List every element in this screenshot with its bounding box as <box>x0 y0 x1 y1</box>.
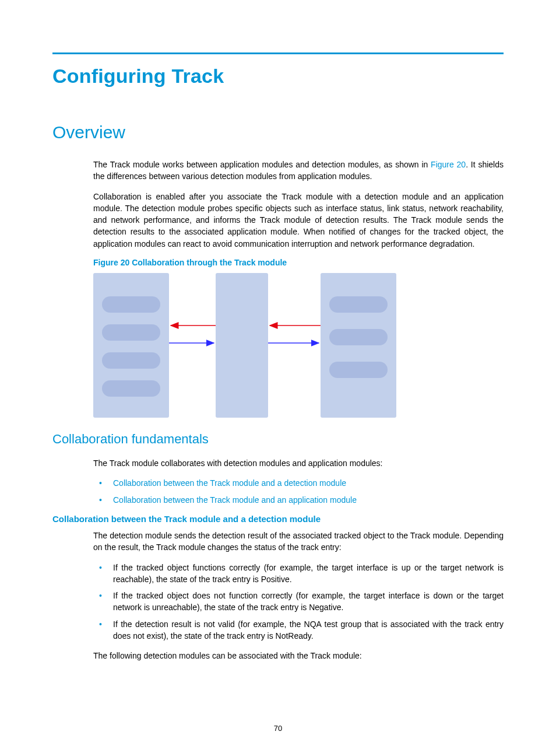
collab-sub1-p1: The detection module sends the detection… <box>93 530 504 554</box>
list-item: If the detection result is not valid (fo… <box>93 618 504 642</box>
collab-link-application[interactable]: Collaboration between the Track module a… <box>113 495 357 505</box>
page: Configuring Track Overview The Track mod… <box>0 0 556 756</box>
collab-body: The Track module collaborates with detec… <box>93 457 504 506</box>
section-overview-heading: Overview <box>52 123 504 142</box>
module-chip <box>329 296 388 313</box>
list-item: If the tracked object functions correctl… <box>93 562 504 586</box>
collab-sub1-bullets: If the tracked object functions correctl… <box>93 562 504 642</box>
module-box-left <box>93 273 169 418</box>
figure-caption: Figure 20 Collaboration through the Trac… <box>93 258 504 267</box>
module-chip <box>102 324 160 341</box>
module-chip <box>102 352 160 369</box>
diagram-collaboration <box>93 273 420 418</box>
figure-20 <box>93 273 504 418</box>
list-item: Collaboration between the Track module a… <box>93 477 504 489</box>
page-number: 70 <box>0 724 556 733</box>
module-chip <box>102 296 160 313</box>
page-title: Configuring Track <box>52 65 504 88</box>
section-collab-heading: Collaboration fundamentals <box>52 432 504 447</box>
overview-body: The Track module works between applicati… <box>93 159 504 267</box>
list-item: If the tracked object does not function … <box>93 590 504 614</box>
module-chip <box>329 362 388 378</box>
overview-p1: The Track module works between applicati… <box>93 159 504 183</box>
overview-p2: Collaboration is enabled after you assoc… <box>93 191 504 250</box>
collab-intro: The Track module collaborates with detec… <box>93 457 504 469</box>
top-rule <box>52 52 504 54</box>
module-box-center <box>216 273 268 418</box>
module-chip <box>102 380 160 397</box>
overview-p1-a: The Track module works between applicati… <box>93 160 431 169</box>
collab-link-detection[interactable]: Collaboration between the Track module a… <box>113 478 346 488</box>
module-box-right <box>321 273 396 418</box>
subsection-detection-heading: Collaboration between the Track module a… <box>52 514 504 524</box>
list-item: Collaboration between the Track module a… <box>93 494 504 506</box>
collab-sub1-p2: The following detection modules can be a… <box>93 650 504 662</box>
figure-20-link[interactable]: Figure 20 <box>431 160 466 169</box>
collab-links-list: Collaboration between the Track module a… <box>93 477 504 506</box>
module-chip <box>329 329 388 345</box>
collab-sub1-body: The detection module sends the detection… <box>93 530 504 662</box>
